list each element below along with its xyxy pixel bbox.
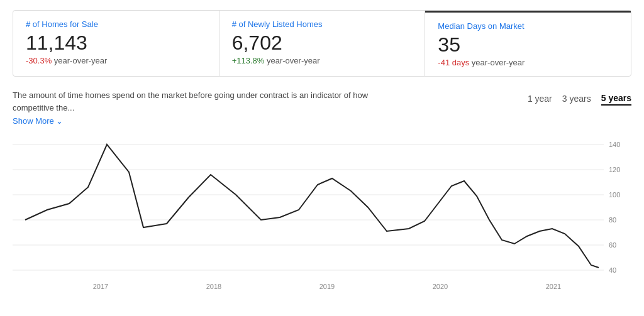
time-controls: 1 year3 years5 years <box>528 89 631 106</box>
y-label-120: 120 <box>609 166 620 173</box>
stat-value-homes-for-sale: 11,143 <box>26 31 206 55</box>
show-more-button[interactable]: Show More ⌄ <box>13 116 377 126</box>
description-block: The amount of time homes spend on the ma… <box>13 89 377 126</box>
stat-card-median-days[interactable]: Median Days on Market 35 -41 days year-o… <box>425 11 631 76</box>
stat-label-median-days: Median Days on Market <box>438 21 618 31</box>
x-label-2018: 2018 <box>206 283 221 290</box>
time-btn-1-year[interactable]: 1 year <box>528 92 552 105</box>
stat-card-newly-listed[interactable]: # of Newly Listed Homes 6,702 +113.8% ye… <box>219 11 426 76</box>
x-label-2020: 2020 <box>433 283 448 290</box>
x-label-2021: 2021 <box>546 283 561 290</box>
y-label-60: 60 <box>609 241 616 249</box>
stat-label-homes-for-sale: # of Homes for Sale <box>26 19 206 29</box>
y-label-80: 80 <box>609 216 616 224</box>
stat-change-median-days: -41 days year-over-year <box>438 58 618 67</box>
y-label-140: 140 <box>609 141 620 148</box>
chart-line <box>25 144 599 268</box>
stat-label-newly-listed: # of Newly Listed Homes <box>232 19 413 29</box>
stat-value-median-days: 35 <box>438 33 618 57</box>
y-label-100: 100 <box>609 191 620 199</box>
stat-value-newly-listed: 6,702 <box>232 31 413 55</box>
chevron-down-icon: ⌄ <box>56 116 63 126</box>
x-label-2019: 2019 <box>319 283 335 290</box>
chart-area: 140 120 100 80 60 40 2017 2018 2019 2020… <box>13 132 631 308</box>
stats-row: # of Homes for Sale 11,143 -30.3% year-o… <box>13 10 631 77</box>
time-btn-5-years[interactable]: 5 years <box>601 92 631 106</box>
stat-card-homes-for-sale[interactable]: # of Homes for Sale 11,143 -30.3% year-o… <box>13 11 219 76</box>
stat-change-newly-listed: +113.8% year-over-year <box>232 56 413 65</box>
line-chart: 140 120 100 80 60 40 2017 2018 2019 2020… <box>13 132 631 308</box>
description-row: The amount of time homes spend on the ma… <box>13 89 631 126</box>
stat-change-homes-for-sale: -30.3% year-over-year <box>26 56 206 65</box>
y-label-40: 40 <box>609 266 616 274</box>
x-label-2017: 2017 <box>93 283 108 290</box>
time-btn-3-years[interactable]: 3 years <box>562 92 591 105</box>
description-text: The amount of time homes spend on the ma… <box>13 89 377 114</box>
